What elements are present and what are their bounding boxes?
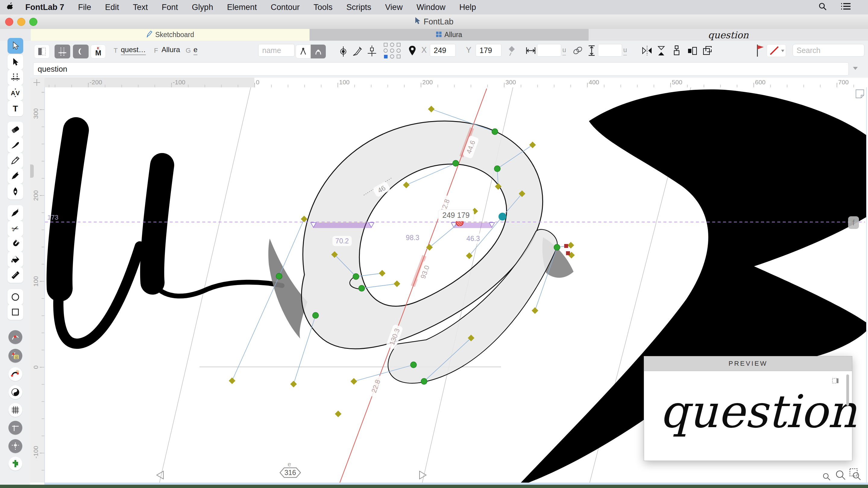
vertical-ruler[interactable]: 300 200 100 0 -100 — [30, 87, 44, 483]
tab-allura-label: Allura — [444, 31, 462, 39]
flip-horizontal-icon[interactable] — [641, 46, 653, 57]
ruler-guide-handle[interactable] — [30, 164, 34, 178]
nodes-visibility-toggle[interactable] — [8, 330, 22, 344]
tab-allura[interactable]: Allura — [310, 29, 589, 41]
width-input[interactable] — [537, 44, 561, 57]
ruler-origin[interactable] — [30, 78, 44, 88]
preview-mode-icon[interactable] — [832, 378, 839, 385]
element-tool[interactable] — [7, 54, 23, 70]
align-center-icon[interactable] — [687, 47, 698, 56]
snap-toggle[interactable] — [8, 439, 22, 453]
tab-sketchboard[interactable]: Sketchboard — [31, 29, 310, 41]
smooth-node-button[interactable] — [311, 44, 326, 59]
menu-tools[interactable]: Tools — [307, 3, 339, 12]
text-mode-value[interactable]: quest… — [121, 45, 146, 55]
menu-text[interactable]: Text — [126, 3, 155, 12]
title-bar[interactable]: FontLab — [0, 14, 868, 29]
sidebearing-mode-button[interactable] — [34, 44, 50, 59]
menu-view[interactable]: View — [378, 3, 410, 12]
tangent-node[interactable] — [498, 213, 506, 221]
left-sidebearing-marker[interactable] — [157, 471, 163, 479]
right-sidebearing-marker[interactable] — [420, 471, 426, 479]
kerning-mode-button[interactable]: MK — [91, 44, 106, 59]
height-icon[interactable] — [588, 45, 595, 58]
pencil-tool[interactable] — [7, 153, 23, 168]
sample-text: question — [708, 30, 749, 40]
menu-help[interactable]: Help — [453, 3, 483, 12]
svg-text:316: 316 — [284, 469, 296, 477]
control-center-icon[interactable] — [841, 2, 851, 12]
rapid-tool[interactable] — [7, 168, 23, 184]
kerning-tool[interactable]: AV — [7, 85, 23, 101]
mark-color-swatch[interactable] — [767, 44, 786, 57]
guide-name-tag[interactable]: f — [848, 216, 859, 229]
svg-text:T: T — [13, 104, 18, 113]
rectangle-tool[interactable] — [7, 304, 23, 320]
node-genius-icon[interactable] — [338, 46, 348, 59]
power-brush-tool[interactable] — [7, 205, 23, 221]
sharp-node-button[interactable] — [296, 44, 311, 59]
menu-contour[interactable]: Contour — [264, 3, 307, 12]
link-icon[interactable] — [572, 46, 583, 56]
free-anchor-icon[interactable] — [507, 45, 517, 58]
pen-tool[interactable] — [7, 184, 23, 199]
fill-preview-toggle[interactable] — [8, 385, 22, 399]
menu-file[interactable]: File — [71, 3, 98, 12]
align-icon[interactable] — [672, 45, 681, 57]
glyph-name-input[interactable] — [33, 62, 849, 76]
flag-icon[interactable] — [756, 44, 765, 59]
contour-tool[interactable] — [7, 38, 23, 54]
width-icon[interactable] — [526, 47, 536, 56]
preview-text: question — [660, 385, 857, 438]
add-node-icon[interactable] — [367, 45, 377, 58]
magnet-tool[interactable] — [7, 236, 23, 252]
ellipse-tool[interactable] — [7, 289, 23, 305]
menu-scripts[interactable]: Scripts — [339, 3, 378, 12]
font-value[interactable]: Allura — [161, 45, 180, 54]
height-input[interactable] — [598, 44, 622, 57]
menu-element[interactable]: Element — [220, 3, 264, 12]
x-coordinate-input[interactable] — [430, 44, 456, 57]
advance-width-marker[interactable]: e 316 — [280, 461, 301, 478]
search-input[interactable] — [793, 44, 864, 57]
transform-origin-matrix[interactable] — [383, 42, 401, 60]
text-tool[interactable]: T — [7, 101, 23, 116]
flip-vertical-icon[interactable] — [656, 45, 666, 58]
menu-edit[interactable]: Edit — [98, 3, 126, 12]
brush-tool[interactable] — [7, 137, 23, 153]
coordinates-toggle[interactable]: 123456 — [8, 349, 22, 363]
metrics-table-button[interactable] — [55, 44, 70, 59]
horizontal-ruler[interactable]: -200 -100 0 100 200 300 400 500 600 700 — [44, 78, 866, 88]
ruler-tick-label: 0 — [256, 78, 259, 86]
menu-app-name[interactable]: FontLab 7 — [21, 3, 71, 12]
svg-text:70.2: 70.2 — [336, 237, 349, 245]
preview-scrollbar[interactable] — [846, 375, 849, 406]
duplicate-icon[interactable] — [702, 45, 712, 57]
knife-tool[interactable]: ✂ — [7, 221, 23, 236]
glyph-value[interactable]: e — [193, 45, 197, 55]
grid-toggle[interactable] — [8, 403, 22, 417]
pixel-view-toggle[interactable] — [8, 457, 22, 470]
sample-text-bar[interactable]: question — [589, 29, 868, 41]
servant-pen-icon[interactable] — [352, 46, 362, 58]
anchor-pin-icon[interactable] — [407, 45, 417, 58]
glyph-dropdown-icon[interactable] — [853, 67, 858, 70]
menu-glyph[interactable]: Glyph — [185, 3, 220, 12]
kern-pair-button[interactable] — [73, 44, 89, 59]
thickness-toggle[interactable] — [8, 367, 22, 381]
eraser-tool[interactable] — [7, 122, 23, 137]
apple-menu-icon[interactable] — [0, 2, 21, 13]
preview-panel-header[interactable]: PREVIEW — [644, 356, 852, 371]
note-icon[interactable] — [856, 90, 864, 98]
fill-tool[interactable] — [7, 252, 23, 267]
menu-window[interactable]: Window — [410, 3, 453, 12]
y-coordinate-input[interactable] — [475, 44, 501, 57]
menu-font[interactable]: Font — [155, 3, 185, 12]
node-name-input[interactable] — [258, 44, 294, 57]
guides-toggle[interactable] — [8, 421, 22, 435]
measure-tool[interactable] — [7, 267, 23, 283]
spotlight-search-icon[interactable] — [818, 2, 827, 13]
zoom-controls[interactable] — [824, 469, 861, 480]
x-label: X — [421, 45, 427, 55]
metrics-tool[interactable] — [7, 70, 23, 85]
